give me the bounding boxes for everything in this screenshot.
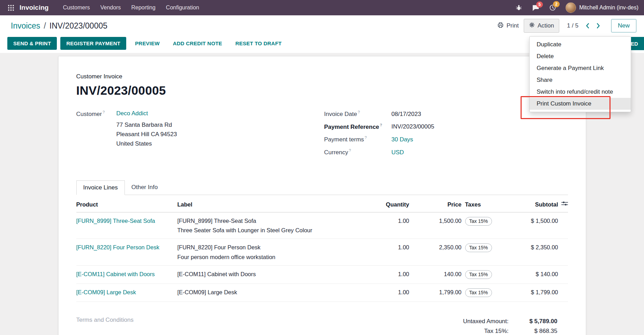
- optional-columns-icon[interactable]: [561, 201, 568, 208]
- product-cell: [E-COM11] Cabinet with Doors: [76, 270, 177, 278]
- breadcrumb-separator: /: [44, 21, 46, 31]
- label-cell[interactable]: [FURN_8999] Three-Seat SofaThree Seater …: [177, 217, 373, 234]
- control-panel: Invoices / INV/2023/00005 Print Action 1…: [0, 15, 644, 36]
- tab-other-info[interactable]: Other Info: [125, 180, 165, 195]
- price-cell[interactable]: 1,799.00: [409, 288, 462, 296]
- breadcrumb-invoices-link[interactable]: Invoices: [11, 21, 40, 31]
- field-row-currency: Currency? USD: [324, 148, 568, 156]
- subtotal-cell: $ 2,350.00: [521, 243, 558, 251]
- product-link[interactable]: [FURN_8999] Three-Seat Sofa: [76, 218, 155, 224]
- product-cell: [FURN_8999] Three-Seat Sofa: [76, 217, 177, 225]
- apps-grid-icon[interactable]: [6, 5, 16, 11]
- tax-badge[interactable]: Tax 15%: [465, 270, 492, 279]
- taxes-cell: Tax 15%: [462, 243, 521, 252]
- line-description: Three Seater Sofa with Lounger in Steel …: [177, 226, 373, 234]
- quantity-cell[interactable]: 1.00: [373, 217, 409, 225]
- nav-item-configuration[interactable]: Configuration: [161, 0, 204, 15]
- header-label: Label: [177, 201, 373, 208]
- quantity-cell[interactable]: 1.00: [373, 243, 409, 251]
- price-cell[interactable]: 2,350.00: [409, 243, 462, 251]
- debug-bug-icon[interactable]: [512, 2, 526, 13]
- field-row-payment-reference: Payment Reference? INV/2023/00005: [324, 123, 568, 131]
- quantity-cell[interactable]: 1.00: [373, 270, 409, 278]
- tax-badge[interactable]: Tax 15%: [465, 243, 492, 252]
- menu-item-delete[interactable]: Delete: [530, 50, 631, 62]
- activities-badge: 2: [553, 1, 560, 7]
- tab-invoice-lines[interactable]: Invoice Lines: [76, 180, 125, 195]
- app-screen: Invoicing Customers Vendors Reporting Co…: [0, 0, 644, 335]
- app-brand[interactable]: Invoicing: [20, 4, 48, 11]
- customer-link[interactable]: Deco Addict: [116, 110, 148, 117]
- tax-badge[interactable]: Tax 15%: [465, 217, 492, 226]
- invoice-date-value[interactable]: 08/17/2023: [392, 111, 421, 118]
- pager-next-button[interactable]: [593, 22, 603, 30]
- preview-button[interactable]: PREVIEW: [130, 37, 165, 50]
- statusbar-buttons: SEND & PRINT REGISTER PAYMENT PREVIEW AD…: [7, 37, 290, 50]
- chevron-right-icon: [596, 23, 600, 29]
- customer-address-line: Pleasant Hill CA 94523: [116, 130, 177, 139]
- new-button[interactable]: New: [611, 19, 636, 32]
- totals-block: Untaxed Amount: $ 5,789.00 Tax 15%: $ 86…: [449, 317, 558, 335]
- pager-previous-button[interactable]: [583, 22, 592, 30]
- terms-placeholder[interactable]: Terms and Conditions: [76, 317, 134, 335]
- product-link[interactable]: [E-COM11] Cabinet with Doors: [76, 271, 155, 277]
- top-navbar: Invoicing Customers Vendors Reporting Co…: [0, 0, 644, 15]
- register-payment-button[interactable]: REGISTER PAYMENT: [60, 37, 126, 50]
- help-icon: ?: [365, 135, 367, 140]
- customer-address-line: 77 Santa Barbara Rd: [116, 120, 177, 130]
- navbar-right: 5 2 Mitchell Admin (inv-des): [512, 2, 638, 13]
- field-row-payment-terms: Payment terms? 30 Days: [324, 135, 568, 143]
- menu-item-generate-payment-link[interactable]: Generate a Payment Link: [530, 62, 631, 74]
- messages-icon[interactable]: 5: [528, 2, 543, 13]
- printer-icon: [497, 22, 504, 30]
- product-link[interactable]: [FURN_8220] Four Person Desk: [76, 244, 159, 250]
- nav-item-reporting[interactable]: Reporting: [126, 0, 160, 15]
- breadcrumb: Invoices / INV/2023/00005: [11, 21, 107, 31]
- notebook-tabs: Invoice Lines Other Info: [76, 180, 568, 195]
- table-row: [E-COM09] Large Desk [E-COM09] Large Des…: [76, 284, 568, 302]
- tax-badge[interactable]: Tax 15%: [465, 288, 492, 297]
- payment-terms-value[interactable]: 30 Days: [392, 136, 413, 143]
- activities-clock-icon[interactable]: 2: [545, 2, 560, 13]
- label-cell[interactable]: [E-COM11] Cabinet with Doors: [177, 270, 373, 278]
- invoice-title[interactable]: INV/2023/00005: [76, 84, 568, 98]
- header-product: Product: [76, 201, 177, 208]
- menu-item-print-custom-invoice[interactable]: Print Custom Invoice: [530, 98, 631, 110]
- nav-item-customers[interactable]: Customers: [58, 0, 95, 15]
- subtotal-cell: $ 1,500.00: [521, 217, 558, 225]
- menu-item-share[interactable]: Share: [530, 74, 631, 86]
- tax-label: Tax 15%:: [484, 328, 509, 335]
- invoice-lines-table: Product Label Quantity Price Taxes Subto…: [76, 195, 568, 302]
- label-cell[interactable]: [E-COM09] Large Desk: [177, 288, 373, 296]
- quantity-cell[interactable]: 1.00: [373, 288, 409, 296]
- add-credit-note-button[interactable]: ADD CREDIT NOTE: [168, 37, 227, 50]
- print-button[interactable]: Print: [497, 22, 519, 30]
- print-label: Print: [507, 22, 519, 29]
- table-row: [E-COM11] Cabinet with Doors [E-COM11] C…: [76, 266, 568, 284]
- price-cell[interactable]: 140.00: [409, 270, 462, 278]
- nav-item-vendors[interactable]: Vendors: [95, 0, 126, 15]
- user-menu[interactable]: Mitchell Admin (inv-des): [566, 2, 638, 13]
- table-row: [FURN_8999] Three-Seat Sofa [FURN_8999] …: [76, 212, 568, 239]
- subtotal-cell: $ 140.00: [521, 270, 558, 278]
- payment-reference-value[interactable]: INV/2023/00005: [392, 123, 434, 130]
- pager-value[interactable]: 1 / 5: [567, 22, 578, 29]
- header-subtotal: Subtotal: [521, 201, 558, 208]
- untaxed-amount-value: $ 5,789.00: [509, 318, 558, 325]
- messages-badge: 5: [536, 1, 543, 8]
- menu-item-switch-refund-credit-note[interactable]: Switch into refund/credit note: [530, 86, 631, 98]
- taxes-cell: Tax 15%: [462, 217, 521, 226]
- customer-block: Deco Addict 77 Santa Barbara Rd Pleasant…: [116, 110, 177, 161]
- send-and-print-button[interactable]: SEND & PRINT: [7, 37, 57, 50]
- reset-to-draft-button[interactable]: RESET TO DRAFT: [230, 37, 287, 50]
- menu-item-duplicate[interactable]: Duplicate: [530, 39, 631, 50]
- customer-section: Customer? Deco Addict 77 Santa Barbara R…: [76, 110, 322, 161]
- action-button[interactable]: Action: [524, 19, 559, 33]
- currency-value[interactable]: USD: [392, 149, 404, 156]
- price-cell[interactable]: 1,500.00: [409, 217, 462, 225]
- product-link[interactable]: [E-COM09] Large Desk: [76, 289, 136, 295]
- help-icon: ?: [103, 110, 105, 114]
- taxes-cell: Tax 15%: [462, 270, 521, 279]
- label-cell[interactable]: [FURN_8220] Four Person DeskFour person …: [177, 243, 373, 261]
- gear-icon: [529, 22, 535, 30]
